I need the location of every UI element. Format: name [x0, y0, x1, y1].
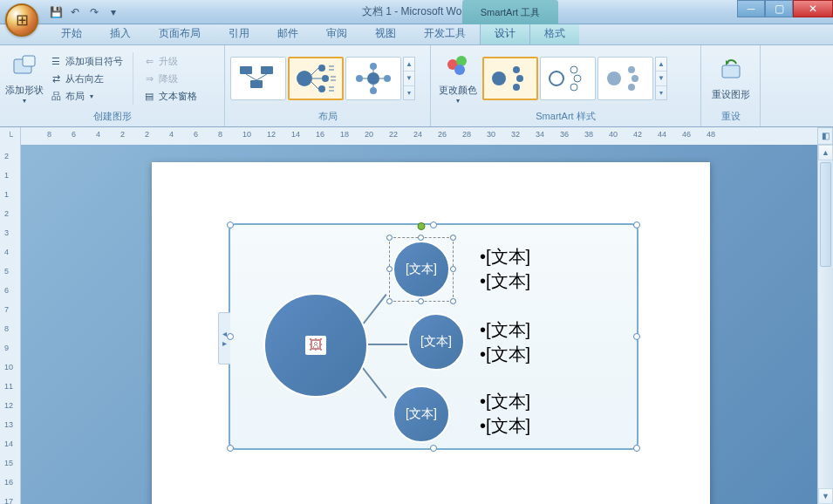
smartart-object[interactable]: ◂▸ 🖼	[229, 223, 638, 450]
gallery-down-icon[interactable]: ▼	[404, 72, 414, 85]
svg-point-38	[574, 75, 581, 82]
layout-option-1[interactable]	[230, 57, 286, 100]
smartart-node-3[interactable]: [文本]	[393, 385, 450, 443]
tab-developer[interactable]: 开发工具	[410, 23, 480, 44]
page[interactable]: ◂▸ 🖼	[152, 162, 710, 504]
styles-down-icon[interactable]: ▼	[656, 72, 666, 85]
add-bullet-button[interactable]: ☰添加项目符号	[46, 53, 126, 70]
sel-handle-ne[interactable]	[450, 235, 456, 241]
svg-line-11	[311, 68, 318, 75]
window-title: 文档 1 - Microsoft Word	[362, 4, 471, 19]
svg-point-31	[454, 65, 465, 75]
ribbon-tabs: 开始 插入 页面布局 引用 邮件 审阅 视图 开发工具 设计 格式	[0, 24, 833, 45]
style-option-2[interactable]	[540, 57, 596, 100]
add-bullet-label: 添加项目符号	[65, 55, 123, 68]
smartart-canvas: 🖼 [文本] [文本]	[237, 232, 630, 441]
styles-gallery: ▲ ▼ ▾	[482, 57, 667, 100]
quick-access-toolbar: 💾 ↶ ↷ ▾	[47, 3, 122, 21]
group-create-label: 创建图形	[5, 110, 219, 125]
sel-handle-se[interactable]	[450, 298, 456, 304]
bullet-3-2: [文本]	[486, 416, 530, 435]
svg-point-36	[550, 72, 563, 85]
change-colors-label: 更改颜色	[439, 84, 477, 97]
group-reset: 重设图形 重设	[701, 45, 761, 126]
tab-home[interactable]: 开始	[47, 23, 96, 44]
resize-handle-ne[interactable]	[633, 221, 640, 228]
resize-handle-n[interactable]	[430, 221, 437, 228]
tab-page-layout[interactable]: 页面布局	[145, 23, 215, 44]
svg-line-13	[311, 82, 318, 89]
add-shape-button[interactable]: 添加形状 ▾	[5, 49, 44, 108]
smartart-node-main[interactable]: 🖼	[263, 293, 368, 398]
ruler-right-stub[interactable]: ◧	[817, 127, 833, 145]
svg-point-37	[570, 66, 577, 73]
rotate-handle[interactable]	[418, 222, 426, 230]
layout-option-2[interactable]	[288, 57, 344, 100]
node-3-text: [文本]	[406, 406, 437, 422]
tab-insert[interactable]: 插入	[96, 23, 145, 44]
minimize-button[interactable]: ─	[737, 0, 765, 17]
group-layouts: ▲ ▼ ▾ 布局	[225, 45, 431, 126]
layout-option-3[interactable]	[345, 57, 401, 100]
redo-icon[interactable]: ↷	[85, 3, 103, 21]
styles-more-icon[interactable]: ▾	[656, 86, 666, 99]
maximize-button[interactable]: ▢	[765, 0, 793, 17]
rtl-button[interactable]: ⇄从右向左	[46, 71, 126, 87]
tab-review[interactable]: 审阅	[312, 23, 361, 44]
resize-handle-s[interactable]	[430, 445, 437, 452]
scroll-thumb[interactable]	[820, 162, 831, 267]
tab-view[interactable]: 视图	[361, 23, 410, 44]
resize-handle-e[interactable]	[633, 333, 640, 340]
svg-point-10	[318, 85, 325, 92]
node-1-text: [文本]	[406, 262, 437, 277]
resize-handle-w[interactable]	[227, 333, 234, 340]
svg-point-32	[492, 72, 506, 85]
smartart-node-2[interactable]: [文本]	[407, 313, 465, 371]
tab-references[interactable]: 引用	[215, 23, 263, 44]
svg-point-20	[367, 72, 379, 85]
bullet-group-2[interactable]: •[文本] •[文本]	[480, 317, 530, 366]
sel-handle-n[interactable]	[418, 235, 424, 241]
tab-design[interactable]: 设计	[480, 22, 530, 44]
save-icon[interactable]: 💾	[47, 3, 65, 21]
sel-handle-nw[interactable]	[386, 235, 393, 241]
scroll-up-button[interactable]: ▲	[818, 145, 833, 160]
gallery-more-icon[interactable]: ▾	[404, 86, 414, 99]
group-styles-label: SmartArt 样式	[436, 110, 695, 125]
document-canvas[interactable]: ◂▸ 🖼	[21, 145, 833, 504]
tab-mailings[interactable]: 邮件	[263, 23, 312, 44]
bullet-icon: ☰	[50, 55, 62, 67]
demote-button[interactable]: ⇒降级	[140, 71, 201, 87]
vertical-ruler[interactable]: 21123456789101112131415161718	[0, 145, 21, 504]
smartart-node-1[interactable]: [文本]	[393, 241, 450, 298]
svg-point-21	[370, 63, 377, 70]
resize-handle-sw[interactable]	[227, 445, 234, 452]
bullet-group-3[interactable]: •[文本] •[文本]	[480, 389, 530, 438]
promote-button[interactable]: ⇐升级	[140, 53, 201, 70]
style-option-3[interactable]	[597, 57, 653, 100]
styles-up-icon[interactable]: ▲	[656, 58, 666, 72]
close-button[interactable]: ✕	[793, 0, 833, 17]
sel-handle-sw[interactable]	[386, 298, 393, 304]
horizontal-ruler[interactable]: 8642246810121416182022242628303234363840…	[21, 127, 817, 145]
style-option-1[interactable]	[482, 57, 538, 100]
bullet-group-1[interactable]: •[文本] •[文本]	[480, 244, 530, 293]
office-button[interactable]	[5, 3, 38, 37]
text-pane-button[interactable]: ▤文本窗格	[140, 88, 201, 105]
qat-more-icon[interactable]: ▾	[105, 3, 122, 21]
layouts-gallery-scroll: ▲ ▼ ▾	[403, 57, 415, 100]
gallery-up-icon[interactable]: ▲	[404, 58, 414, 72]
resize-handle-nw[interactable]	[227, 221, 234, 228]
styles-gallery-scroll: ▲ ▼ ▾	[655, 57, 667, 100]
undo-icon[interactable]: ↶	[66, 3, 84, 21]
sel-handle-w[interactable]	[386, 266, 393, 272]
resize-handle-se[interactable]	[633, 445, 640, 452]
change-colors-button[interactable]: 更改颜色 ▾	[436, 49, 480, 108]
reset-graphic-button[interactable]: 重设图形	[707, 49, 754, 108]
layout-button[interactable]: 品布局▾	[46, 88, 126, 105]
scroll-down-button[interactable]: ▼	[818, 488, 833, 504]
sel-handle-e[interactable]	[450, 266, 456, 272]
connector-2	[368, 344, 412, 345]
sel-handle-s[interactable]	[418, 298, 424, 304]
tab-format[interactable]: 格式	[530, 23, 579, 44]
